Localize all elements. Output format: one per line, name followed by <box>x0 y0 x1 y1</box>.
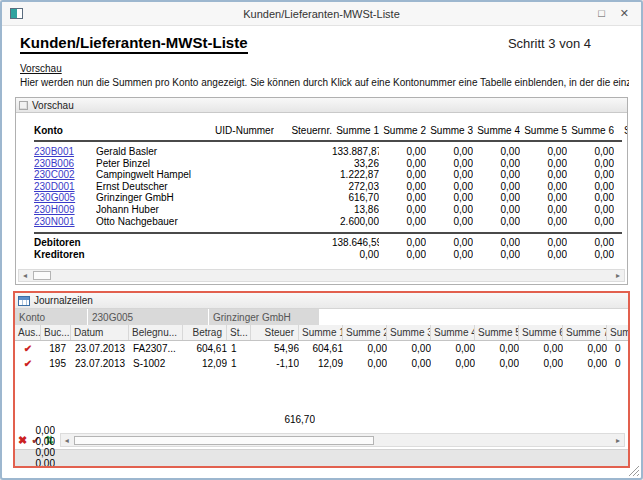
column-header[interactable]: Summe 6 <box>519 325 563 340</box>
konto-link[interactable]: 230N001 <box>34 216 96 228</box>
totals-divider <box>34 232 622 234</box>
cell: 0,00 <box>431 341 475 356</box>
ausgewaehlt-checkbox[interactable]: ✔ <box>15 356 41 371</box>
cell: 0,00 <box>379 204 426 216</box>
ausgewaehlt-checkbox[interactable]: ✔ <box>15 341 41 356</box>
cell <box>614 216 627 228</box>
vorschau-panel: Vorschau KontoUID-NummerSteuernr.Summe 1… <box>15 97 628 285</box>
cell: 0,00 <box>379 169 426 181</box>
konto-link[interactable]: 230B001 <box>34 146 96 158</box>
scroll-right-icon[interactable]: ▸ <box>612 270 624 281</box>
cell: Campingwelt Hampel <box>96 169 196 181</box>
cell <box>274 192 332 204</box>
column-header[interactable]: Aus... <box>15 325 41 340</box>
column-header[interactable]: Belegnu... <box>129 325 183 340</box>
cell <box>196 192 274 204</box>
resize-grip[interactable] <box>627 464 639 476</box>
cell: 0,00 <box>520 192 567 204</box>
column-header: Summe 6 <box>567 125 614 138</box>
cell: 0,00 <box>379 192 426 204</box>
column-header[interactable]: Betrag <box>183 325 227 340</box>
cell: 0,00 <box>15 458 55 468</box>
cell: 0,00 <box>567 249 614 261</box>
totals-row: Kreditoren0,000,000,000,000,000,00 <box>34 249 622 261</box>
cell: 0,00 <box>426 169 473 181</box>
column-header[interactable]: Summe 1 <box>299 325 343 340</box>
journal-row: ✔18723.07.2013FA2307...604,61154,96604,6… <box>15 341 628 356</box>
column-header[interactable]: Buc... <box>41 325 71 340</box>
cell <box>614 181 627 193</box>
close-icon[interactable]: ✕ <box>620 8 629 19</box>
window-title: Kunden/Lieferanten-MWSt-Liste <box>2 8 641 20</box>
column-header[interactable]: Steuer <box>251 325 299 340</box>
vorschau-rows: 230B001Gerald Basler133.887,870,000,000,… <box>34 146 622 227</box>
cell <box>274 249 332 261</box>
journal-rows: ✔18723.07.2013FA2307...604,61154,96604,6… <box>15 341 628 371</box>
cell: 0,00 <box>520 204 567 216</box>
column-header: Summe 2 <box>379 125 426 138</box>
cell: S-1002 <box>129 356 183 371</box>
table-icon <box>18 296 30 306</box>
cell: 0,00 <box>332 249 379 261</box>
vorschau-horizontal-scrollbar[interactable]: ◂ ▸ <box>18 269 625 282</box>
konto-link[interactable]: 230C002 <box>34 169 96 181</box>
column-header[interactable]: Summe 3 <box>387 325 431 340</box>
konto-link[interactable]: 230H009 <box>34 204 96 216</box>
cell: 0,00 <box>15 425 55 436</box>
vorschau-totals: Debitoren138.646,590,000,000,000,000,00K… <box>34 237 622 260</box>
column-header[interactable]: Summe 2 <box>343 325 387 340</box>
cell: 23.07.2013 <box>71 341 129 356</box>
cell: 0,00 <box>567 169 614 181</box>
cell: 0,00 <box>426 181 473 193</box>
konto-link[interactable]: 230D001 <box>34 181 96 193</box>
cell <box>196 249 274 261</box>
konto-link[interactable]: 230G005 <box>34 192 96 204</box>
column-header[interactable]: St... <box>227 325 251 340</box>
column-header[interactable]: Datum <box>71 325 129 340</box>
vorschau-row: 230N001Otto Nachgebauer2.600,000,000,000… <box>34 216 622 228</box>
column-header[interactable]: Summe 4 <box>431 325 475 340</box>
cell <box>274 216 332 228</box>
column-header: UID-Nummer <box>196 125 274 138</box>
column-header: Summe 3 <box>426 125 473 138</box>
cell: 0,00 <box>567 158 614 170</box>
cell <box>274 158 332 170</box>
cell <box>196 237 274 249</box>
section-description: Hier werden nun die Summen pro Konto ang… <box>20 77 629 88</box>
cell: 13,86 <box>332 204 379 216</box>
vorschau-table: KontoUID-NummerSteuernr.Summe 1Summe 2Su… <box>16 113 627 284</box>
cell: 0,00 <box>473 181 520 193</box>
konto-label: Konto <box>15 309 87 325</box>
vorschau-panel-title: Vorschau <box>32 100 74 111</box>
cell: 0,00 <box>567 216 614 228</box>
column-header[interactable]: Summe 5 <box>475 325 519 340</box>
cell: Debitoren <box>34 237 96 249</box>
cell: 0,00 <box>426 192 473 204</box>
cell: 604,61 <box>183 341 227 356</box>
column-header[interactable]: Summe 7 <box>563 325 607 340</box>
cell <box>196 169 274 181</box>
cell: 195 <box>41 356 71 371</box>
panel-collapse-icon[interactable] <box>19 101 28 110</box>
app-window: Kunden/Lieferanten-MWSt-Liste □ ✕ Kunden… <box>0 0 643 480</box>
konto-link[interactable]: 230B006 <box>34 158 96 170</box>
scroll-thumb[interactable] <box>33 271 51 280</box>
cell: 1.222,87 <box>332 169 379 181</box>
scroll-right-icon[interactable]: ▸ <box>612 435 624 446</box>
cell: 12,09 <box>183 356 227 371</box>
section-label: Vorschau <box>20 63 629 74</box>
column-header[interactable]: Summ <box>607 325 630 340</box>
cell <box>274 204 332 216</box>
page-title: Kunden/Lieferanten-MWSt-Liste <box>20 34 248 54</box>
scroll-left-icon[interactable]: ◂ <box>19 270 31 281</box>
cell: 0 <box>607 356 630 371</box>
cell: 0,00 <box>379 146 426 158</box>
cell: 0,00 <box>475 341 519 356</box>
maximize-icon[interactable]: □ <box>598 8 605 19</box>
cell: 0,00 <box>475 356 519 371</box>
column-header: Summe 1 <box>332 125 379 138</box>
cell: 0,00 <box>15 447 55 458</box>
cell: 0,00 <box>379 216 426 228</box>
cell: 0,00 <box>426 158 473 170</box>
column-header: Steuernr. <box>274 125 332 138</box>
